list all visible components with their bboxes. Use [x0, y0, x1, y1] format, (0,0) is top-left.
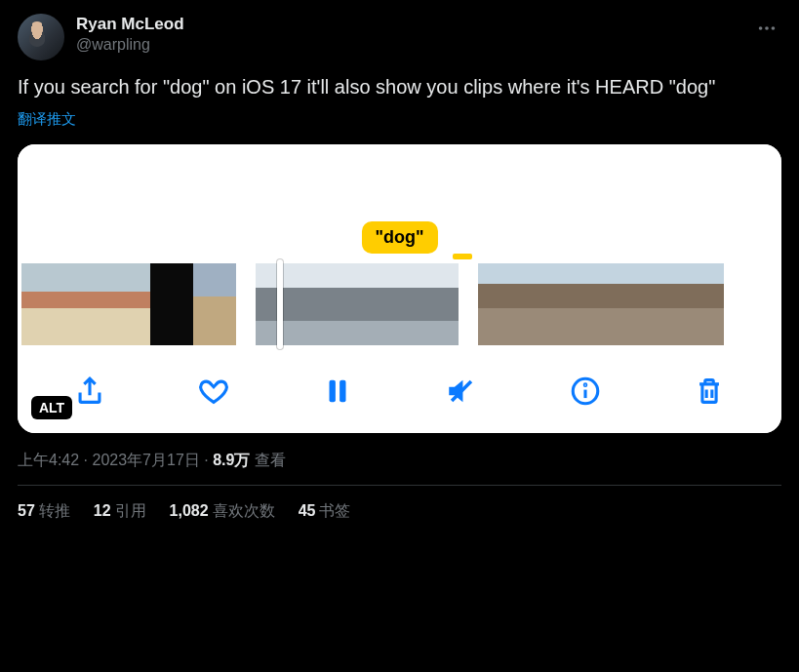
info-icon[interactable]: [565, 371, 606, 412]
svg-point-1: [765, 26, 769, 30]
more-icon[interactable]: [752, 14, 781, 47]
tweet-meta: 上午4:42 · 2023年7月17日 · 8.9万 查看: [18, 451, 781, 471]
stats-row: 57转推 12引用 1,082喜欢次数 45书签: [18, 486, 781, 522]
filmstrip: [18, 261, 781, 353]
playhead-scrubber[interactable]: [277, 259, 283, 349]
clip-thumbnail[interactable]: [256, 263, 459, 345]
author-names[interactable]: Ryan McLeod @warpling: [76, 14, 752, 56]
clip-thumbnail[interactable]: [478, 263, 724, 345]
tooltip-marker: [453, 254, 472, 259]
pause-icon[interactable]: [317, 371, 358, 412]
display-name: Ryan McLeod: [76, 14, 752, 35]
bookmarks-count: 45: [299, 502, 316, 519]
meta-date[interactable]: 2023年7月17日: [92, 452, 199, 468]
retweets-stat[interactable]: 57转推: [18, 501, 70, 522]
meta-time[interactable]: 上午4:42: [18, 452, 79, 468]
quotes-count: 12: [94, 502, 111, 519]
svg-rect-3: [329, 380, 335, 403]
tweet-header: Ryan McLeod @warpling: [18, 14, 781, 60]
media-card[interactable]: "dog": [18, 144, 781, 433]
bookmarks-stat[interactable]: 45书签: [299, 501, 351, 522]
svg-point-7: [584, 384, 585, 385]
retweets-label: 转推: [39, 502, 70, 519]
likes-label: 喜欢次数: [213, 502, 275, 519]
heart-icon[interactable]: [193, 371, 234, 412]
avatar[interactable]: [18, 14, 64, 60]
views-count[interactable]: 8.9万: [213, 452, 250, 468]
alt-badge[interactable]: ALT: [31, 396, 72, 419]
tweet-text: If you search for "dog" on iOS 17 it'll …: [18, 74, 781, 100]
share-icon[interactable]: [69, 371, 110, 412]
svg-rect-4: [340, 380, 345, 403]
views-label: 查看: [255, 452, 286, 468]
quotes-stat[interactable]: 12引用: [94, 501, 146, 522]
media-top: "dog": [18, 144, 781, 261]
media-toolbar: [18, 353, 781, 433]
bookmarks-label: 书签: [319, 502, 350, 519]
mute-icon[interactable]: [441, 371, 482, 412]
svg-point-2: [772, 26, 776, 30]
handle: @warpling: [76, 35, 752, 56]
clip-thumbnail[interactable]: [21, 263, 236, 345]
svg-point-0: [759, 26, 763, 30]
quotes-label: 引用: [115, 502, 146, 519]
retweets-count: 57: [18, 502, 35, 519]
translate-link[interactable]: 翻译推文: [18, 110, 76, 129]
search-tooltip: "dog": [361, 221, 437, 254]
likes-count: 1,082: [170, 502, 209, 519]
likes-stat[interactable]: 1,082喜欢次数: [170, 501, 275, 522]
tweet-container: Ryan McLeod @warpling If you search for …: [0, 0, 799, 522]
trash-icon[interactable]: [689, 371, 730, 412]
